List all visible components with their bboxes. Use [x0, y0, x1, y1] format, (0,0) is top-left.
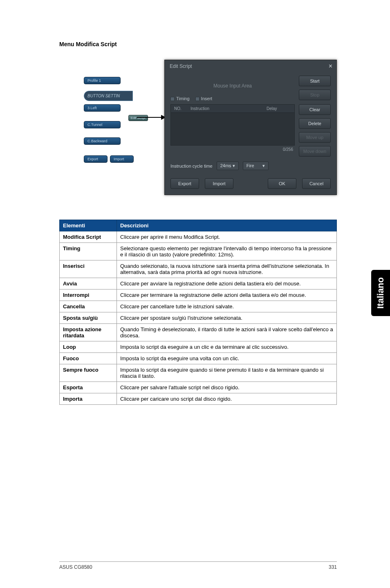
table-row: Sposta su/giùCliccare per spostare su/gi…: [60, 312, 337, 324]
table-row: LoopImposta lo script da eseguire a un c…: [60, 341, 337, 353]
table-cell-value: Cliccare per spostare su/giù l'istruzion…: [117, 312, 337, 324]
col-instruction: Instruction: [191, 106, 267, 111]
arrow-icon: [137, 117, 166, 118]
left-panel: Profile 1 BUTTON SETTIN 3.Left Edit Scri…: [84, 60, 148, 166]
table-cell-value: Imposta lo script da eseguire una volta …: [117, 353, 337, 364]
table-cell-value: Imposta lo script da eseguire a un clic …: [117, 341, 337, 353]
table-cell-key: Timing: [60, 243, 117, 260]
section-title: Menu Modifica Script: [59, 41, 337, 47]
profile-button[interactable]: Profile 1: [84, 77, 121, 84]
table-cell-key: Esporta: [60, 382, 117, 393]
table-row: InserisciQuando selezionato, la nuova is…: [60, 260, 337, 278]
stop-button[interactable]: Stop: [299, 90, 331, 100]
mouse-input-area[interactable]: Mouse Input Area: [170, 76, 295, 94]
chevron-down-icon: ▾: [262, 163, 265, 168]
table-cell-key: Cancella: [60, 301, 117, 312]
table-row: InterrompiCliccare per terminare la regi…: [60, 290, 337, 301]
table-row: Sempre fuocoImposta lo script da eseguir…: [60, 364, 337, 382]
timing-checkbox[interactable]: Timing: [170, 96, 190, 101]
instruction-list-header: NO. Instruction Delay: [170, 104, 295, 113]
table-cell-key: Avvia: [60, 278, 117, 290]
mode-value: Fire: [247, 163, 254, 168]
insert-label: Insert: [201, 96, 213, 101]
cancel-button[interactable]: Cancel: [302, 178, 331, 189]
footer-model: ASUS CG8580: [59, 564, 92, 570]
table-row: CancellaCliccare per cancellare tutte le…: [60, 301, 337, 312]
table-row: FuocoImposta lo script da eseguire una v…: [60, 353, 337, 364]
instruction-list[interactable]: [170, 113, 295, 146]
table-row: ImportaCliccare per caricare uno script …: [60, 393, 337, 405]
edit-script-dialog: Edit Script × Mouse Input Area Timing In…: [164, 60, 337, 195]
table-cell-value: Cliccare per aprire il menu Modifica Scr…: [117, 231, 337, 243]
dialog-title-bar: Edit Script ×: [165, 60, 336, 72]
table-cell-value: Cliccare per terminare la registrazione …: [117, 290, 337, 301]
table-cell-key: Importa: [60, 393, 117, 405]
table-cell-key: Interrompi: [60, 290, 117, 301]
table-cell-value: Cliccare per avviare la registrazione de…: [117, 278, 337, 290]
delete-button[interactable]: Delete: [299, 118, 331, 129]
table-cell-key: Sposta su/giù: [60, 312, 117, 324]
col-no: NO.: [174, 106, 191, 111]
lp-btn-tunnel[interactable]: C.Tunnel: [84, 121, 121, 128]
table-header-descrizioni: Descrizioni: [117, 220, 337, 231]
col-delay: Delay: [267, 106, 291, 111]
import-button[interactable]: Import: [205, 178, 233, 189]
cycle-time-select[interactable]: 24ms ▾: [217, 162, 239, 170]
cycle-time-label: Instruction cycle time: [170, 164, 213, 168]
clear-button[interactable]: Clear: [299, 104, 331, 115]
ok-button[interactable]: OK: [268, 178, 296, 189]
table-cell-value: Cliccare per cancellare tutte le istruzi…: [117, 301, 337, 312]
move-down-button[interactable]: Move down: [299, 146, 331, 157]
table-cell-value: Imposta lo script da eseguire quando si …: [117, 364, 337, 382]
table-cell-value: Cliccare per salvare l'attuale script ne…: [117, 382, 337, 393]
table-row: AvviaCliccare per avviare la registrazio…: [60, 278, 337, 290]
table-cell-key: Modifica Script: [60, 231, 117, 243]
definitions-table: Elementi Descrizioni Modifica ScriptClic…: [59, 220, 337, 405]
instruction-counter: 0/256: [170, 146, 295, 152]
footer-page-number: 331: [329, 564, 337, 570]
button-settings-banner: BUTTON SETTIN: [84, 91, 133, 101]
table-cell-key: Sempre fuoco: [60, 364, 117, 382]
table-cell-value: Selezionare questo elemento per registra…: [117, 243, 337, 260]
dialog-title: Edit Script: [170, 63, 192, 69]
table-row: TimingSelezionare questo elemento per re…: [60, 243, 337, 260]
table-cell-value: Quando Timing è deselezionato, il ritard…: [117, 324, 337, 341]
lp-export[interactable]: Export: [84, 155, 108, 163]
lp-btn-backward[interactable]: C.Backward: [84, 137, 121, 145]
language-tab: Italiano: [371, 270, 390, 316]
edit-script-small-button[interactable]: Edit Script: [128, 115, 148, 121]
table-cell-key: Fuoco: [60, 353, 117, 364]
table-header-elementi: Elementi: [60, 220, 117, 231]
table-cell-value: Quando selezionato, la nuova istruzione …: [117, 260, 337, 278]
table-cell-key: Inserisci: [60, 260, 117, 278]
table-cell-key: Imposta azione ritardata: [60, 324, 117, 341]
timing-label: Timing: [176, 96, 190, 101]
start-button[interactable]: Start: [299, 76, 331, 86]
screenshot-composite: Profile 1 BUTTON SETTIN 3.Left Edit Scri…: [84, 60, 337, 195]
close-icon[interactable]: ×: [329, 63, 332, 70]
table-row: Modifica ScriptCliccare per aprire il me…: [60, 231, 337, 243]
insert-checkbox[interactable]: Insert: [195, 96, 213, 101]
move-up-button[interactable]: Move up: [299, 132, 331, 143]
table-cell-value: Cliccare per caricare uno script dal dis…: [117, 393, 337, 405]
lp-btn-left[interactable]: 3.Left: [84, 104, 121, 112]
page-footer: ASUS CG8580 331: [59, 561, 337, 570]
lp-import[interactable]: Import: [110, 155, 134, 163]
mode-select[interactable]: Fire ▾: [243, 162, 269, 170]
table-row: EsportaCliccare per salvare l'attuale sc…: [60, 382, 337, 393]
table-row: Imposta azione ritardataQuando Timing è …: [60, 324, 337, 341]
table-cell-key: Loop: [60, 341, 117, 353]
export-button[interactable]: Export: [170, 178, 199, 189]
